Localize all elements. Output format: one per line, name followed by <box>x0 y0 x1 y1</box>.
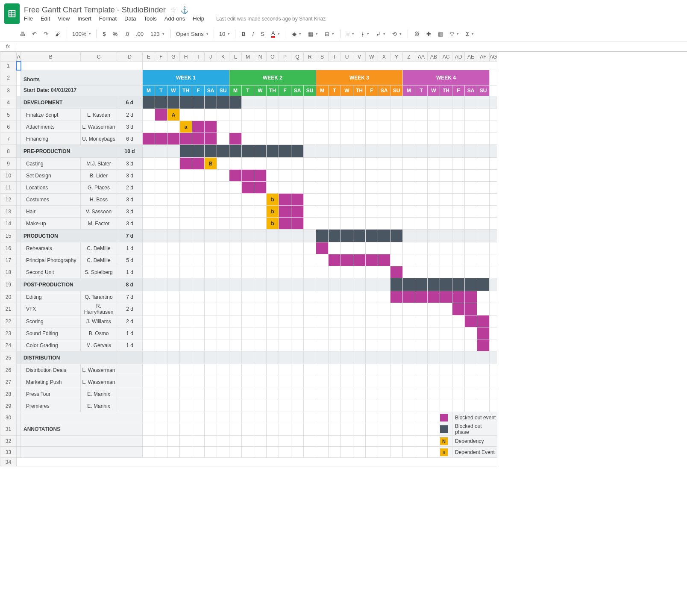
gantt-cell[interactable] <box>465 351 477 364</box>
gantt-cell[interactable] <box>390 339 403 351</box>
row-header-8[interactable]: 8 <box>0 145 17 158</box>
gantt-cell[interactable] <box>378 388 390 400</box>
gantt-cell[interactable] <box>242 376 254 388</box>
gantt-cell[interactable] <box>353 278 366 291</box>
task-duration[interactable]: 3 d <box>117 158 143 170</box>
row-header-22[interactable]: 22 <box>0 315 17 327</box>
gantt-cell[interactable] <box>217 218 229 230</box>
gantt-cell[interactable] <box>167 315 180 327</box>
currency-icon[interactable]: $ <box>100 29 108 39</box>
gantt-cell[interactable] <box>452 218 465 230</box>
gantt-cell[interactable] <box>465 182 477 194</box>
gantt-cell[interactable] <box>452 121 465 133</box>
gantt-cell[interactable] <box>242 254 254 266</box>
gantt-cell[interactable] <box>403 327 415 339</box>
gantt-cell[interactable] <box>254 194 267 206</box>
gantt-cell[interactable] <box>378 170 390 182</box>
row-header-4[interactable]: 4 <box>0 96 17 109</box>
gantt-cell[interactable] <box>304 206 316 218</box>
gantt-cell[interactable] <box>440 291 452 303</box>
gantt-cell[interactable] <box>341 376 353 388</box>
gantt-cell[interactable] <box>143 303 155 315</box>
task-duration[interactable]: 3 d <box>117 218 143 230</box>
gantt-cell[interactable] <box>415 230 428 242</box>
gantt-cell[interactable] <box>353 327 366 339</box>
gantt-cell[interactable] <box>415 327 428 339</box>
task-name[interactable]: Rehearsals <box>21 242 81 254</box>
gantt-cell[interactable] <box>390 303 403 315</box>
font-size-dropdown[interactable]: 10 <box>217 31 232 37</box>
gantt-cell[interactable] <box>465 376 477 388</box>
gantt-cell[interactable] <box>180 242 192 254</box>
gantt-cell[interactable] <box>378 351 390 364</box>
gantt-cell[interactable] <box>242 182 254 194</box>
col-header-C[interactable]: C <box>81 52 117 62</box>
gantt-cell[interactable] <box>229 315 242 327</box>
gantt-cell[interactable] <box>155 218 167 230</box>
gantt-cell[interactable] <box>440 133 452 145</box>
gantt-cell[interactable] <box>304 339 316 351</box>
gantt-cell[interactable] <box>229 364 242 376</box>
gantt-cell[interactable] <box>242 351 254 364</box>
gantt-cell[interactable] <box>378 182 390 194</box>
col-header-U[interactable]: U <box>341 52 353 62</box>
gantt-cell[interactable] <box>452 206 465 218</box>
gantt-cell[interactable] <box>229 351 242 364</box>
gantt-cell[interactable] <box>452 327 465 339</box>
gantt-cell[interactable] <box>291 121 304 133</box>
gantt-cell[interactable] <box>341 266 353 278</box>
task-owner[interactable]: J. Williams <box>81 315 117 327</box>
gantt-cell[interactable] <box>390 206 403 218</box>
gantt-cell[interactable] <box>477 158 490 170</box>
gantt-cell[interactable] <box>378 109 390 121</box>
gantt-cell[interactable] <box>428 376 440 388</box>
gantt-cell[interactable]: a <box>180 121 192 133</box>
wrap-icon[interactable]: ↲ <box>373 29 388 39</box>
gantt-cell[interactable] <box>329 351 341 364</box>
gantt-cell[interactable] <box>477 242 490 254</box>
chart-icon[interactable]: ▥ <box>435 29 446 39</box>
gantt-cell[interactable] <box>415 376 428 388</box>
gantt-cell[interactable] <box>452 388 465 400</box>
gantt-cell[interactable] <box>452 133 465 145</box>
menu-help[interactable]: Help <box>193 15 204 22</box>
task-name[interactable]: Finalize Script <box>21 109 81 121</box>
gantt-cell[interactable] <box>155 206 167 218</box>
gantt-cell[interactable] <box>304 388 316 400</box>
gantt-cell[interactable] <box>155 254 167 266</box>
gantt-cell[interactable] <box>465 327 477 339</box>
task-owner[interactable]: S. Spielberg <box>81 266 117 278</box>
col-header-J[interactable]: J <box>205 52 217 62</box>
gantt-cell[interactable] <box>279 109 291 121</box>
gantt-cell[interactable] <box>143 121 155 133</box>
gantt-cell[interactable] <box>254 400 267 412</box>
gantt-cell[interactable] <box>167 230 180 242</box>
gantt-cell[interactable] <box>329 388 341 400</box>
gantt-cell[interactable] <box>267 388 279 400</box>
col-header-AD[interactable]: AD <box>452 52 465 62</box>
gantt-cell[interactable]: b <box>267 206 279 218</box>
gantt-cell[interactable] <box>155 121 167 133</box>
week-header-1[interactable]: WEEK 1 <box>143 70 229 85</box>
col-header-M[interactable]: M <box>242 52 254 62</box>
gantt-cell[interactable] <box>167 254 180 266</box>
gantt-cell[interactable] <box>316 315 329 327</box>
gantt-cell[interactable] <box>452 170 465 182</box>
gantt-cell[interactable] <box>267 400 279 412</box>
gantt-cell[interactable] <box>229 400 242 412</box>
gantt-cell[interactable] <box>415 158 428 170</box>
gantt-cell[interactable] <box>229 145 242 158</box>
gantt-cell[interactable] <box>440 327 452 339</box>
gantt-cell[interactable] <box>428 278 440 291</box>
gantt-cell[interactable] <box>242 145 254 158</box>
menu-insert[interactable]: Insert <box>77 15 91 22</box>
gantt-cell[interactable] <box>440 351 452 364</box>
gantt-cell[interactable] <box>242 364 254 376</box>
gantt-cell[interactable] <box>279 327 291 339</box>
gantt-cell[interactable] <box>353 364 366 376</box>
gantt-cell[interactable] <box>217 315 229 327</box>
gantt-cell[interactable] <box>242 400 254 412</box>
gantt-cell[interactable] <box>366 158 378 170</box>
col-header-P[interactable]: P <box>279 52 291 62</box>
col-header-Z[interactable]: Z <box>403 52 415 62</box>
